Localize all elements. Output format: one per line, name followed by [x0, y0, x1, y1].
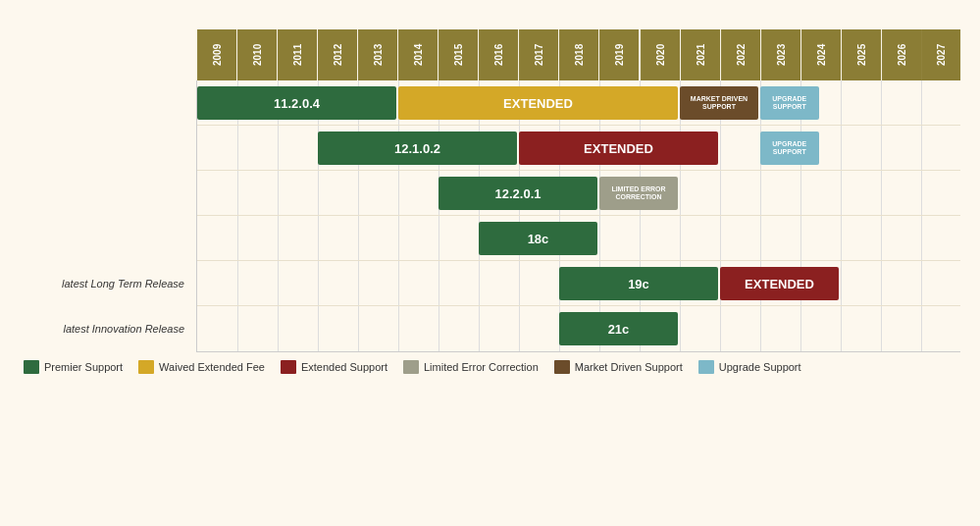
year-cell: 2016 [478, 29, 518, 80]
legend-color-box [554, 360, 570, 374]
legend-label: Limited Error Correction [424, 361, 539, 373]
year-cell: 2019 [598, 29, 639, 80]
year-cell: 2024 [800, 29, 841, 80]
gantt-row: latest Long Term Release19cEXTENDED [197, 261, 960, 306]
year-cell: 2011 [277, 29, 317, 80]
grid-area: 11.2.0.4EXTENDEDMARKET DRIVEN SUPPORTUPG… [196, 80, 960, 352]
gantt-row: latest Innovation Release21c [197, 306, 960, 351]
gantt-bar: UPGRADE SUPPORT [760, 132, 819, 165]
legend-item: Waived Extended Fee [138, 360, 265, 374]
legend-color-box [281, 360, 296, 374]
year-cell: 2010 [236, 29, 277, 80]
year-cell: 2022 [720, 29, 760, 80]
year-cell: 2023 [760, 29, 800, 80]
gantt-bar: EXTENDED [720, 267, 839, 300]
year-cell: 2026 [881, 29, 921, 80]
year-cell: 2027 [921, 29, 960, 80]
year-cell: 2014 [397, 29, 438, 80]
gantt-bar: 19c [559, 267, 718, 300]
year-cell: 2018 [558, 29, 598, 80]
row-label: latest Long Term Release [21, 278, 192, 289]
legend-item: Upgrade Support [698, 360, 801, 374]
legend-item: Premier Support [24, 360, 123, 374]
legend: Premier SupportWaived Extended FeeExtend… [20, 360, 960, 374]
legend-label: Waived Extended Fee [159, 361, 265, 373]
legend-item: Limited Error Correction [403, 360, 539, 374]
gantt-bar: LIMITED ERROR CORRECTION [599, 177, 678, 210]
legend-label: Extended Support [301, 361, 387, 373]
gantt-bar: 18c [479, 222, 597, 255]
legend-color-box [138, 360, 154, 374]
legend-label: Market Driven Support [575, 361, 683, 373]
chart-area: 2009201020112012201320142015201620172018… [20, 29, 960, 352]
gantt-bar: MARKET DRIVEN SUPPORT [680, 86, 758, 120]
legend-color-box [24, 360, 39, 374]
year-cell: 2012 [317, 29, 357, 80]
gantt-rows: 11.2.0.4EXTENDEDMARKET DRIVEN SUPPORTUPG… [197, 80, 960, 351]
year-cell: 2017 [518, 29, 558, 80]
year-cell: 2021 [680, 29, 720, 80]
legend-color-box [698, 360, 714, 374]
legend-label: Premier Support [44, 361, 123, 373]
gantt-bar: EXTENDED [519, 132, 718, 165]
gantt-bar: 21c [559, 312, 678, 345]
year-cell: 2020 [640, 29, 680, 80]
gantt-bar: 12.1.0.2 [318, 132, 517, 165]
gantt-bar: 12.2.0.1 [438, 177, 597, 210]
gantt-bar: 11.2.0.4 [197, 86, 396, 120]
gantt-row: 12.1.0.2EXTENDEDUPGRADE SUPPORT [197, 126, 960, 171]
year-header: 2009201020112012201320142015201620172018… [196, 29, 960, 80]
gantt-bar: EXTENDED [398, 86, 678, 120]
legend-item: Market Driven Support [554, 360, 683, 374]
year-cell: 2009 [196, 29, 236, 80]
gantt-bar: UPGRADE SUPPORT [760, 86, 819, 120]
legend-item: Extended Support [281, 360, 387, 374]
legend-label: Upgrade Support [719, 361, 801, 373]
year-cell: 2013 [357, 29, 397, 80]
gantt-row: 11.2.0.4EXTENDEDMARKET DRIVEN SUPPORTUPG… [197, 80, 960, 126]
gantt-row: 12.2.0.1LIMITED ERROR CORRECTION [197, 171, 960, 216]
year-cell: 2015 [438, 29, 478, 80]
legend-color-box [403, 360, 419, 374]
year-cell: 2025 [841, 29, 881, 80]
gantt-row: 18c [197, 216, 960, 261]
row-label: latest Innovation Release [21, 323, 192, 335]
chart-container: 2009201020112012201320142015201620172018… [0, 0, 980, 526]
